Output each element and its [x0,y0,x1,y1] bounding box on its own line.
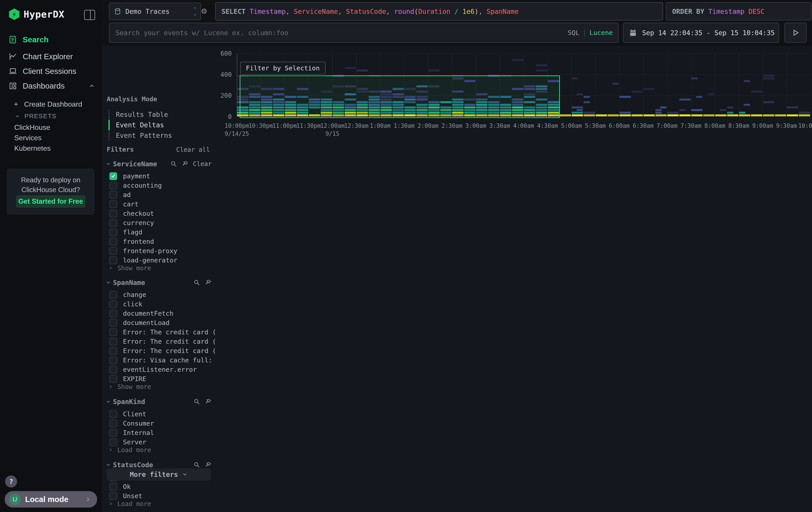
checkbox-unchecked[interactable] [109,420,117,427]
chevron-up-icon[interactable] [88,83,95,89]
get-started-button[interactable]: Get Started for Free [16,195,85,208]
checkbox-unchecked[interactable] [109,228,117,236]
sidebar-item-chart-explorer[interactable]: Chart Explorer [0,49,102,64]
analysis-mode-option-event-deltas[interactable]: Event Deltas [109,120,206,130]
help-button[interactable]: ? [5,476,17,487]
load-more-link[interactable]: Load more [108,446,175,454]
sidebar-item-search[interactable]: Search [0,32,102,47]
sidebar-item-client-sessions[interactable]: Client Sessions [0,64,102,78]
sidebar-item-label: Client Sessions [23,67,76,76]
sidebar-item-presets[interactable]: PRESETS [0,110,117,123]
search-icon[interactable] [170,161,177,167]
gear-icon[interactable]: ⚙ [201,6,207,15]
checkbox-checked[interactable] [109,172,117,180]
filter-item-error-visa-cache-full-[interactable]: Error: Visa cache full: … [109,355,207,365]
filter-item-client[interactable]: Client [109,409,207,419]
checkbox-unchecked[interactable] [109,338,117,346]
filter-item-frontend-proxy[interactable]: frontend-proxy [109,246,207,255]
show-more-link[interactable]: Show more [108,382,175,391]
analysis-mode-option-event-patterns[interactable]: Event Patterns [109,130,206,141]
filter-item-ad[interactable]: ad [109,190,207,199]
checkbox-unchecked[interactable] [109,366,117,374]
filter-item-click[interactable]: click [109,299,207,309]
checkbox-unchecked[interactable] [109,347,117,355]
filter-item-error-the-credit-card-[interactable]: Error: The credit card (… [109,346,207,355]
pin-icon[interactable] [205,279,212,286]
search-icon[interactable] [194,461,200,468]
checkbox-unchecked[interactable] [109,200,117,208]
x-axis-tick-label: 1:00am [370,123,391,129]
checkbox-unchecked[interactable] [109,191,117,199]
sidebar-item-kubernetes[interactable]: Kubernetes [0,142,116,155]
filter-item-checkout[interactable]: checkout [109,209,207,218]
filter-item-payment[interactable]: payment [109,171,207,181]
checkbox-unchecked[interactable] [109,291,117,299]
filter-by-selection-button[interactable]: Filter by Selection [240,62,325,75]
language-toggle[interactable]: SQL|Lucene [568,29,613,36]
checkbox-unchecked[interactable] [109,300,117,308]
filter-section-header-SpanName[interactable]: SpanName [106,277,212,287]
checkbox-unchecked[interactable] [109,410,117,418]
search-icon[interactable] [194,279,200,286]
filter-item-error-the-credit-card-[interactable]: Error: The credit card (… [109,337,207,346]
search-icon[interactable] [194,398,200,405]
order-by-editor[interactable]: ORDER BY Timestamp DESC [666,2,811,21]
filter-item-internal[interactable]: Internal [109,428,207,437]
sql-select-editor[interactable]: SELECT Timestamp, ServiceName, StatusCod… [215,2,663,21]
filter-item-cart[interactable]: cart [109,199,207,209]
sidebar: ⚡ HyperDX Search Chart Explorer Client S… [0,0,102,512]
filter-item-documentload[interactable]: documentLoad [109,318,207,327]
y-axis-tick-label: 600 [216,50,232,57]
selection-rect[interactable] [240,76,560,118]
filter-item-eventlistener-error[interactable]: eventListener.error [109,365,207,374]
filter-item-documentfetch[interactable]: documentFetch [109,309,207,318]
checkbox-unchecked[interactable] [109,328,117,336]
filter-item-change[interactable]: change [109,290,207,299]
lucene-toggle[interactable]: Lucene [589,29,613,36]
time-range-picker[interactable]: Sep 14 22:04:35 - Sep 15 10:04:35 [623,23,779,43]
checkbox-unchecked[interactable] [109,438,117,446]
checkbox-unchecked[interactable] [109,492,117,500]
filter-item-label: eventListener.error [123,366,197,373]
filter-item-frontend[interactable]: frontend [109,237,207,246]
pin-icon[interactable] [182,161,188,167]
checkbox-unchecked[interactable] [109,238,117,246]
checkbox-unchecked[interactable] [109,429,117,437]
filter-item-accounting[interactable]: accounting [109,181,207,190]
checkbox-unchecked[interactable] [109,309,117,318]
filter-item-currency[interactable]: currency [109,218,207,227]
x-axis-tick-label: 5:00am [561,123,582,129]
filter-item-consumer[interactable]: Consumer [109,419,207,428]
checkbox-unchecked[interactable] [109,483,117,491]
clear-all-button[interactable]: Clear all [176,146,210,153]
show-more-link[interactable]: Show more [108,264,175,272]
run-query-button[interactable] [784,23,807,43]
search-input[interactable]: Search your events w/ Lucene ex. column:… [109,23,618,43]
load-more-link[interactable]: Load more [108,499,175,508]
checkbox-unchecked[interactable] [109,210,117,217]
checkbox-unchecked[interactable] [109,356,117,364]
filter-section-header-ServiceName[interactable]: ServiceNameClear [106,159,212,169]
source-select[interactable]: Demo Traces ⌃⌄ [109,3,201,20]
pin-icon[interactable] [205,461,212,468]
filter-item-flagd[interactable]: flagd [109,227,207,237]
sidebar-collapse-icon[interactable] [84,10,95,20]
x-axis-tick-label: 12:00am [320,123,345,129]
sidebar-item-create-dashboard[interactable]: Create Dashboard [0,98,115,110]
analysis-mode-option-results-table[interactable]: Results Table [109,109,206,120]
clear-filter-button[interactable]: Clear [193,160,212,168]
checkbox-unchecked[interactable] [109,182,117,189]
user-mode-button[interactable]: U Local mode [5,491,97,508]
filter-item-ok[interactable]: Ok [109,482,207,491]
checkbox-unchecked[interactable] [109,319,117,327]
checkbox-unchecked[interactable] [109,375,117,383]
more-filters-button[interactable]: More filters [107,468,211,480]
checkbox-unchecked[interactable] [109,247,117,255]
sidebar-item-dashboards[interactable]: Dashboards [0,79,102,93]
sql-toggle[interactable]: SQL [568,29,579,36]
checkbox-unchecked[interactable] [109,219,117,227]
pin-icon[interactable] [205,398,212,405]
filter-item-error-the-credit-card-[interactable]: Error: The credit card (… [109,327,207,337]
checkbox-unchecked[interactable] [109,257,117,264]
filter-section-header-SpanKind[interactable]: SpanKind [106,397,212,406]
